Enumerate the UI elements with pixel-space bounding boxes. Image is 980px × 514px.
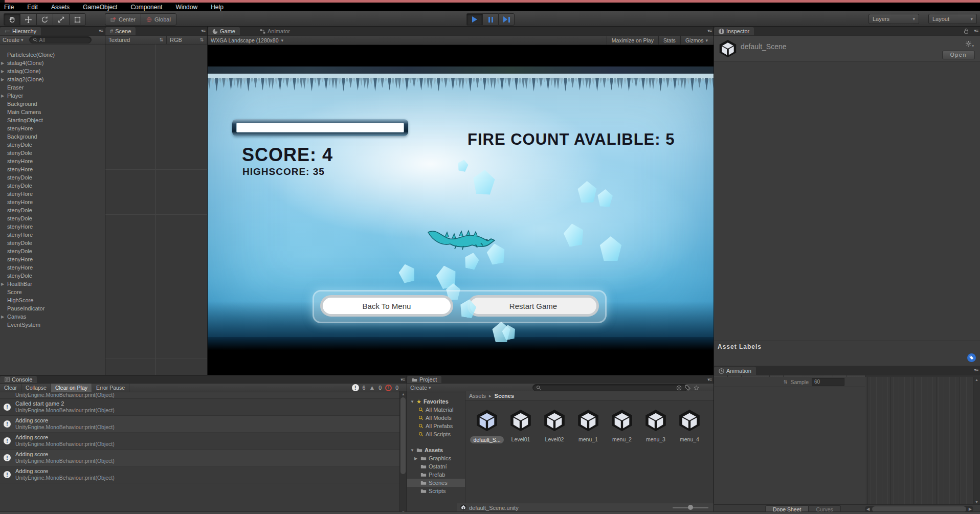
hierarchy-item[interactable]: stenyDole	[0, 239, 105, 247]
console-log-entry[interactable]: !Adding scoreUnityEngine.MonoBehaviour:p…	[0, 466, 407, 483]
menu-edit[interactable]: Edit	[27, 4, 38, 11]
error-pause-button[interactable]: Error Pause	[92, 384, 129, 392]
menu-assets[interactable]: Assets	[51, 4, 70, 11]
scene-viewport[interactable]	[105, 44, 207, 375]
panel-menu-icon[interactable]: ▾≡	[707, 377, 711, 382]
hierarchy-item[interactable]: ParticlesIce(Clone)	[0, 51, 105, 59]
tab-inspector[interactable]: i Inspector	[714, 27, 754, 35]
layers-dropdown[interactable]: Layers▾	[868, 14, 919, 24]
expand-arrow-icon[interactable]: ▶	[1, 77, 4, 82]
favorite-star-icon[interactable]	[694, 385, 699, 391]
hierarchy-item[interactable]: stenyDole	[0, 141, 105, 149]
file-default-s---[interactable]: default_S...	[476, 409, 498, 443]
game-viewport[interactable]: SCORE: 4 HIGHSCORE: 35 FIRE COUNT AVALIB…	[208, 45, 714, 376]
dope-sheet-area[interactable]	[865, 377, 973, 505]
icon-size-slider[interactable]	[673, 507, 708, 508]
lock-icon[interactable]	[964, 28, 969, 35]
open-button[interactable]: Open	[942, 51, 975, 59]
hierarchy-item[interactable]: ▶stalag(Clone)	[0, 67, 105, 75]
shading-mode-dropdown[interactable]: Textured⇅	[105, 36, 167, 44]
console-log-entry[interactable]: !Adding scoreUnityEngine.MonoBehaviour:p…	[0, 433, 407, 450]
foldout-icon[interactable]: ▼	[410, 448, 414, 453]
rect-tool-button[interactable]	[69, 13, 86, 26]
restart-game-button[interactable]: Restart Game	[467, 295, 599, 317]
panel-menu-icon[interactable]: ▾≡	[400, 377, 405, 382]
rotate-tool-button[interactable]	[36, 13, 53, 26]
hierarchy-item[interactable]: EventSystem	[0, 321, 105, 329]
hierarchy-item[interactable]: stenyHore	[0, 124, 105, 132]
hierarchy-item[interactable]: Main Camera	[0, 108, 105, 116]
favorites-filter-item[interactable]: All Models	[407, 414, 465, 422]
stats-button[interactable]: Stats	[658, 36, 680, 44]
scale-tool-button[interactable]	[53, 13, 69, 26]
panel-menu-icon[interactable]: ▾≡	[707, 28, 711, 33]
scroll-right-icon[interactable]: ▶	[969, 507, 972, 511]
slider-thumb[interactable]	[688, 505, 693, 510]
error-filter-icon[interactable]: !	[385, 385, 392, 391]
hand-tool-button[interactable]	[4, 13, 20, 26]
hierarchy-item[interactable]: ▶stalag2(Clone)	[0, 75, 105, 83]
hierarchy-item[interactable]: stenyDole	[0, 173, 105, 182]
hierarchy-item[interactable]: ▶Canvas	[0, 312, 105, 321]
hierarchy-item[interactable]: stenyHore	[0, 165, 105, 173]
tab-hierarchy[interactable]: ≔ Hierarchy	[0, 27, 41, 35]
play-button[interactable]	[466, 13, 482, 26]
menu-gameobject[interactable]: GameObject	[83, 4, 117, 11]
panel-menu-icon[interactable]: ▾≡	[99, 28, 103, 33]
hierarchy-item[interactable]: ▶Player	[0, 92, 105, 100]
foldout-icon[interactable]: ▼	[410, 399, 414, 404]
favorites-filter-item[interactable]: All Scripts	[407, 430, 465, 438]
folder-item-graphics[interactable]: ▶Graphics	[407, 454, 465, 462]
menu-file[interactable]: File	[4, 4, 14, 11]
hierarchy-item[interactable]: stenyDole	[0, 182, 105, 190]
expand-arrow-icon[interactable]: ▶	[1, 61, 4, 65]
hierarchy-item[interactable]: stenyHore	[0, 263, 105, 272]
hierarchy-item[interactable]: stenyHore	[0, 190, 105, 198]
expand-arrow-icon[interactable]: ▶	[414, 456, 418, 461]
hierarchy-item[interactable]: HighScore	[0, 296, 105, 304]
hierarchy-item[interactable]: stenyHore	[0, 222, 105, 231]
clear-button[interactable]: Clear	[0, 384, 21, 392]
favorites-filter-item[interactable]: All Material	[407, 406, 465, 414]
warning-filter-icon[interactable]: ▲	[369, 385, 375, 391]
gizmos-dropdown[interactable]: Gizmos▾	[680, 36, 712, 44]
expand-arrow-icon[interactable]: ▶	[1, 69, 4, 74]
folder-item-prefab[interactable]: Prefab	[407, 471, 465, 479]
hierarchy-item[interactable]: StartingObject	[0, 116, 105, 124]
hierarchy-item[interactable]: stenyDole	[0, 247, 105, 255]
hierarchy-item[interactable]: stenyHore	[0, 157, 105, 165]
search-by-label-icon[interactable]	[685, 385, 691, 391]
hierarchy-item[interactable]: ▶stalag4(Clone)	[0, 59, 105, 67]
gear-icon[interactable]: ▾	[965, 40, 974, 49]
breadcrumb-root[interactable]: Assets	[469, 393, 486, 399]
hierarchy-item[interactable]: stenyDole	[0, 206, 105, 214]
label-tag-icon[interactable]	[967, 353, 976, 362]
console-scrollbar[interactable]: ▲ ▼	[399, 391, 407, 514]
favorites-section[interactable]: ▼★Favorites	[407, 397, 465, 406]
scroll-up-icon[interactable]: ▲	[400, 392, 407, 396]
file-level02[interactable]: Level02	[543, 409, 566, 443]
hierarchy-search-input[interactable]: All	[29, 36, 92, 43]
tab-project[interactable]: Project	[407, 376, 441, 383]
expand-arrow-icon[interactable]: ▶	[1, 282, 4, 286]
assets-root[interactable]: ▼Assets	[407, 446, 465, 454]
back-to-menu-button[interactable]: Back To Menu	[320, 295, 453, 317]
tab-animation[interactable]: Animation	[714, 367, 756, 375]
expand-arrow-icon[interactable]: ▶	[1, 315, 4, 319]
move-tool-button[interactable]	[20, 13, 36, 26]
tab-game[interactable]: Game	[208, 27, 240, 35]
menu-help[interactable]: Help	[211, 4, 224, 11]
pause-button[interactable]	[482, 13, 498, 26]
hierarchy-item[interactable]: stenyHore	[0, 231, 105, 239]
search-by-type-icon[interactable]	[676, 385, 682, 391]
folder-item-scenes[interactable]: Scenes	[407, 479, 465, 487]
maximize-on-play-button[interactable]: Maximize on Play	[607, 36, 658, 44]
console-log-entry[interactable]: !Called start game 2UnityEngine.MonoBeha…	[0, 399, 407, 416]
scroll-left-icon[interactable]: ◀	[866, 507, 870, 511]
file-menu-2[interactable]: menu_2	[611, 409, 633, 443]
clear-on-play-button[interactable]: Clear on Play	[51, 384, 92, 392]
animation-scrollbar[interactable]: ▲ ▼	[973, 377, 980, 505]
project-create-button[interactable]: Create▾	[407, 385, 434, 391]
panel-menu-icon[interactable]: ▾≡	[974, 367, 978, 372]
pivot-center-button[interactable]: Center	[105, 13, 141, 26]
